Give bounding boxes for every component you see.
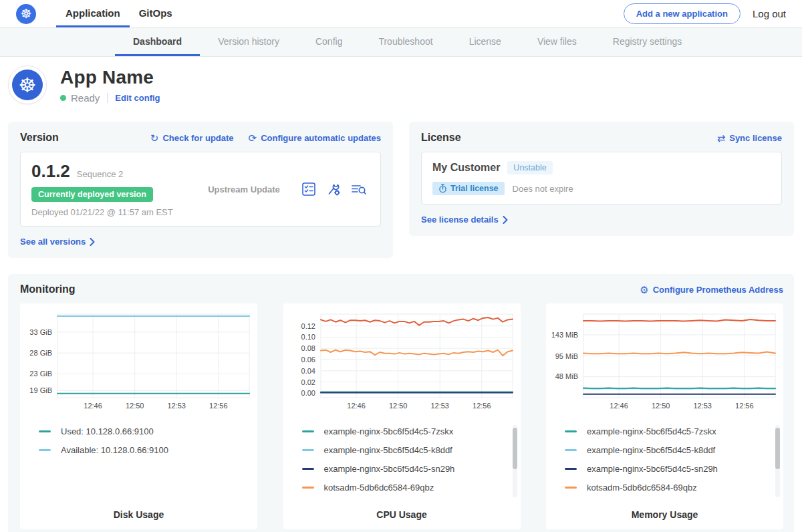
monitoring-title: Monitoring xyxy=(20,283,76,295)
svg-text:12:46: 12:46 xyxy=(84,402,102,410)
legend-scrollbar[interactable] xyxy=(513,425,517,497)
current-version-card: 0.1.2 Sequence 2 Currently deployed vers… xyxy=(20,152,381,227)
svg-text:0.12: 0.12 xyxy=(301,322,315,330)
legend-item: Available: 10.128.0.66:9100 xyxy=(39,440,253,459)
legend-color-dash xyxy=(565,449,577,451)
legend-color-dash xyxy=(302,468,314,470)
memory-usage-chart: 143 MiB95 MiB48 MiB12:4612:5012:5312:56 xyxy=(550,309,779,412)
chart-title: CPU Usage xyxy=(287,501,517,520)
svg-text:12:46: 12:46 xyxy=(347,402,366,410)
see-license-details-link[interactable]: See license details xyxy=(421,215,508,225)
kubernetes-logo[interactable]: ☸ xyxy=(16,0,36,27)
kubernetes-wheel-icon: ☸ xyxy=(12,70,43,100)
scrollbar-thumb[interactable] xyxy=(513,428,517,469)
svg-text:12:53: 12:53 xyxy=(693,402,712,410)
svg-text:12:50: 12:50 xyxy=(652,402,670,410)
legend-color-dash xyxy=(39,449,51,451)
memory-usage-chart-card: 143 MiB95 MiB48 MiB12:4612:5012:5312:56 … xyxy=(546,303,783,529)
svg-text:0.02: 0.02 xyxy=(301,378,315,386)
configure-automatic-updates-link[interactable]: ⟳ Configure automatic updates xyxy=(249,133,381,143)
tab-config[interactable]: Config xyxy=(297,28,360,56)
stopwatch-icon xyxy=(438,184,447,193)
cpu-usage-chart: 0.120.100.080.060.040.020.0012:4612:5012… xyxy=(287,309,517,412)
sequence-label: Sequence 2 xyxy=(77,169,123,179)
configure-prometheus-link[interactable]: ⚙ Configure Prometheus Address xyxy=(640,285,783,295)
legend-label: example-nginx-5bc6f5d4c5-7zskx xyxy=(587,426,716,436)
license-card: License ⇄ Sync license My Customer Unsta… xyxy=(409,122,794,236)
logout-button[interactable]: Log out xyxy=(753,8,786,19)
legend-item: example-nginx-5bc6f5d4c5-k8ddf xyxy=(302,440,517,459)
tab-view-files[interactable]: View files xyxy=(519,28,595,56)
monitoring-section: Monitoring ⚙ Configure Prometheus Addres… xyxy=(8,274,794,532)
tab-version-history[interactable]: Version history xyxy=(200,28,297,56)
expiry-text: Does not expire xyxy=(513,184,573,194)
legend-scrollbar[interactable] xyxy=(775,425,780,497)
config-wrench-icon[interactable] xyxy=(326,182,341,196)
legend-color-dash xyxy=(565,487,577,489)
disk-usage-chart-card: 33 GiB28 GiB23 GiB19 GiB12:4612:5012:531… xyxy=(20,303,257,529)
version-card-title: Version xyxy=(20,132,59,144)
view-logs-icon[interactable] xyxy=(351,182,367,196)
svg-text:28 GiB: 28 GiB xyxy=(29,349,52,357)
svg-text:33 GiB: 33 GiB xyxy=(29,328,52,336)
topnav-tab-label: Application xyxy=(65,7,120,19)
customer-name: My Customer xyxy=(432,162,500,174)
license-card-title: License xyxy=(421,132,461,144)
sync-license-link[interactable]: ⇄ Sync license xyxy=(717,133,782,143)
version-card: Version ↻ Check for update ⟳ Configure a… xyxy=(8,122,393,258)
legend-color-dash xyxy=(565,430,577,432)
tab-license[interactable]: License xyxy=(451,28,519,56)
app-header: ☸ App Name Ready Edit config xyxy=(0,57,802,115)
license-type-badge: Trial license xyxy=(432,182,505,195)
chevron-right-icon xyxy=(503,216,508,224)
legend-color-dash xyxy=(302,487,314,489)
license-detail-card: My Customer Unstable Trial license Does … xyxy=(421,152,782,205)
legend-label: kotsadm-5db6dc6584-69qbz xyxy=(587,483,697,493)
svg-text:12:53: 12:53 xyxy=(167,402,186,410)
refresh-icon: ↻ xyxy=(150,133,159,143)
svg-text:12:50: 12:50 xyxy=(126,402,144,410)
channel-badge: Unstable xyxy=(507,161,552,174)
svg-text:0.06: 0.06 xyxy=(301,356,315,364)
version-number: 0.1.2 xyxy=(31,161,70,182)
svg-text:0.00: 0.00 xyxy=(301,389,315,397)
legend-label: example-nginx-5bc6f5d4c5-sn29h xyxy=(587,464,718,474)
sync-arrows-icon: ⇄ xyxy=(717,133,726,143)
legend-item: example-nginx-5bc6f5d4c5-sn29h xyxy=(565,459,779,478)
topnav-tab-label: GitOps xyxy=(139,7,172,19)
legend-color-dash xyxy=(565,468,577,470)
svg-text:12:53: 12:53 xyxy=(430,402,449,410)
deployed-timestamp: Deployed 01/21/22 @ 11:57 am EST xyxy=(31,207,186,217)
deployed-badge: Currently deployed version xyxy=(31,187,153,202)
divider xyxy=(107,93,108,103)
svg-text:0.08: 0.08 xyxy=(301,344,315,352)
svg-text:23 GiB: 23 GiB xyxy=(29,370,52,378)
chart-title: Memory Usage xyxy=(550,501,779,520)
disk-usage-chart: 33 GiB28 GiB23 GiB19 GiB12:4612:5012:531… xyxy=(24,309,253,412)
tab-registry-settings[interactable]: Registry settings xyxy=(595,28,700,56)
scrollbar-thumb[interactable] xyxy=(775,428,780,469)
legend-item: example-nginx-5bc6f5d4c5-sn29h xyxy=(302,459,517,478)
status-text: Ready xyxy=(71,92,100,104)
memory-usage-legend: example-nginx-5bc6f5d4c5-7zskxexample-ng… xyxy=(565,422,779,497)
svg-text:0.04: 0.04 xyxy=(301,367,315,375)
add-application-button[interactable]: Add a new application xyxy=(624,3,741,24)
legend-item: kotsadm-5db6dc6584-69qbz xyxy=(565,478,779,497)
legend-item: example-nginx-5bc6f5d4c5-7zskx xyxy=(302,422,517,440)
version-source-label: Upstream Update xyxy=(186,184,301,194)
tab-troubleshoot[interactable]: Troubleshoot xyxy=(360,28,450,56)
tab-dashboard[interactable]: Dashboard xyxy=(115,28,200,56)
cpu-usage-chart-card: 0.120.100.080.060.040.020.0012:4612:5012… xyxy=(283,303,521,529)
preflight-checklist-icon[interactable] xyxy=(301,182,316,196)
check-for-update-link[interactable]: ↻ Check for update xyxy=(150,133,234,143)
page-title: App Name xyxy=(60,67,160,88)
kubernetes-wheel-icon: ☸ xyxy=(16,4,36,24)
app-avatar: ☸ xyxy=(8,65,47,104)
topnav-tab-gitops[interactable]: GitOps xyxy=(130,0,182,27)
see-all-versions-link[interactable]: See all versions xyxy=(20,237,95,247)
legend-label: example-nginx-5bc6f5d4c5-k8ddf xyxy=(324,445,452,455)
topnav-tab-application[interactable]: Application xyxy=(56,0,130,27)
legend-label: kotsadm-5db6dc6584-69qbz xyxy=(324,483,434,493)
edit-config-link[interactable]: Edit config xyxy=(115,93,160,103)
legend-color-dash xyxy=(302,430,314,432)
